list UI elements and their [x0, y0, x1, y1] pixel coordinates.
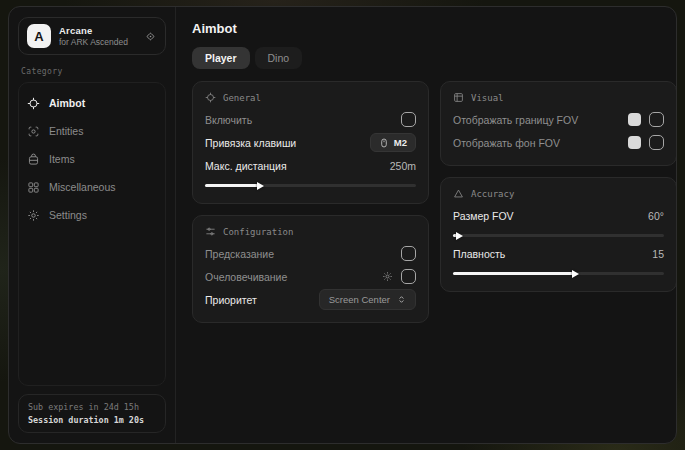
card-general: General Включить Привязка клавиши: [192, 81, 429, 204]
fov-border-label: Отображать границу FOV: [453, 114, 578, 126]
gear-icon: [27, 209, 40, 222]
sidebar-item-entities[interactable]: Entities: [27, 117, 157, 145]
keybind-button[interactable]: M2: [370, 133, 416, 152]
grid-icon: [27, 181, 40, 194]
smoothness-value: 15: [652, 248, 664, 260]
card-title: Visual: [471, 93, 504, 103]
prediction-label: Предсказание: [205, 248, 274, 260]
fov-size-slider[interactable]: [453, 234, 664, 237]
page-title: Aimbot: [192, 21, 677, 36]
keybind-label: Привязка клавиши: [205, 137, 296, 149]
max-distance-slider[interactable]: [205, 184, 416, 187]
category-label: Category: [21, 67, 163, 76]
target-icon[interactable]: [144, 30, 157, 43]
card-title: Accuracy: [471, 189, 514, 199]
app-logo: A: [27, 24, 51, 48]
fov-border-color-swatch[interactable]: [628, 113, 641, 126]
enable-label: Включить: [205, 114, 252, 126]
priority-label: Приоритет: [205, 294, 257, 306]
subscription-info: Sub expires in 24d 15h Session duration …: [18, 394, 166, 433]
fov-border-checkbox[interactable]: [649, 112, 664, 127]
sidebar-header: A Arcane for ARK Ascended: [18, 17, 166, 55]
fov-size-value: 60°: [648, 210, 664, 222]
scan-icon: [27, 125, 40, 138]
crosshair-icon: [205, 92, 216, 103]
priority-dropdown[interactable]: Screen Center: [319, 289, 416, 310]
fov-background-checkbox[interactable]: [649, 135, 664, 150]
sub-expires-text: Sub expires in 24d 15h: [28, 402, 156, 412]
sidebar-item-label: Settings: [49, 209, 87, 221]
slider-thumb[interactable]: [257, 182, 264, 190]
card-visual: Visual Отображать границу FOV Отображать…: [440, 81, 677, 166]
main-content: Aimbot Player Dino: [176, 7, 677, 443]
fov-size-label: Размер FOV: [453, 210, 514, 222]
sidebar-item-aimbot[interactable]: Aimbot: [27, 89, 157, 117]
max-distance-value: 250m: [390, 160, 416, 172]
max-distance-label: Макс. дистанция: [205, 160, 287, 172]
gear-icon[interactable]: [382, 271, 393, 282]
session-duration-text: Session duration 1m 20s: [28, 415, 156, 425]
sliders-icon: [205, 226, 216, 237]
smoothness-slider[interactable]: [453, 272, 664, 275]
backpack-icon: [27, 153, 40, 166]
sidebar-item-label: Entities: [49, 125, 83, 137]
app-window: A Arcane for ARK Ascended Category: [8, 6, 677, 444]
fov-background-color-swatch[interactable]: [628, 136, 641, 149]
tab-bar: Player Dino: [192, 47, 677, 69]
slider-thumb[interactable]: [572, 270, 579, 278]
sidebar-item-items[interactable]: Items: [27, 145, 157, 173]
triangle-icon: [453, 188, 464, 199]
tab-player[interactable]: Player: [192, 47, 250, 69]
chevron-up-down-icon: [397, 295, 406, 304]
prediction-checkbox[interactable]: [401, 246, 416, 261]
sidebar-item-miscellaneous[interactable]: Miscellaneous: [27, 173, 157, 201]
sidebar-item-label: Items: [49, 153, 75, 165]
sidebar-item-label: Aimbot: [49, 97, 85, 109]
priority-value: Screen Center: [329, 294, 390, 305]
tab-dino[interactable]: Dino: [255, 47, 303, 69]
sidebar: A Arcane for ARK Ascended Category: [9, 7, 176, 443]
card-title: Configuration: [223, 227, 293, 237]
fov-background-label: Отображать фон FOV: [453, 137, 560, 149]
card-accuracy: Accuracy Размер FOV 60° Плавность 15: [440, 177, 677, 292]
humanization-checkbox[interactable]: [401, 269, 416, 284]
humanization-label: Очеловечивание: [205, 271, 287, 283]
mouse-icon: [379, 138, 389, 148]
sidebar-item-label: Miscellaneous: [49, 181, 116, 193]
app-subtitle: for ARK Ascended: [59, 37, 128, 47]
smoothness-label: Плавность: [453, 248, 505, 260]
slider-thumb[interactable]: [456, 232, 463, 240]
card-configuration: Configuration Предсказание Очеловечивани…: [192, 215, 429, 323]
card-title: General: [223, 93, 261, 103]
crosshair-icon: [27, 97, 40, 110]
keybind-value: M2: [394, 137, 407, 148]
sidebar-item-settings[interactable]: Settings: [27, 201, 157, 229]
frame-icon: [453, 92, 464, 103]
app-title: Arcane: [59, 25, 128, 36]
sidebar-nav: Aimbot Entities: [18, 82, 166, 386]
enable-checkbox[interactable]: [401, 112, 416, 127]
